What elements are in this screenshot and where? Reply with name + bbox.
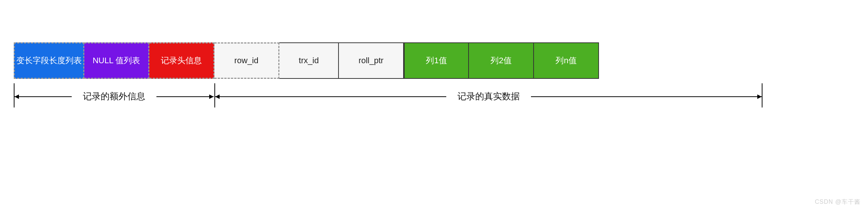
cell-varlen: 变长字段长度列表	[14, 42, 84, 79]
record-row: 变长字段长度列表 NULL 值列表 记录头信息 row_id trx_id ro…	[14, 42, 599, 79]
cell-rowid: row_id	[214, 42, 279, 79]
dimension-real-label: 记录的真实数据	[446, 90, 531, 102]
cell-col2: 列2值	[469, 42, 534, 79]
cell-nulllist: NULL 值列表	[84, 42, 149, 79]
dimension-extra: 记录的额外信息	[14, 85, 214, 107]
dimension-row: 记录的额外信息 记录的真实数据	[14, 85, 762, 107]
cell-trxid: trx_id	[279, 42, 339, 79]
cell-col1: 列1值	[404, 42, 469, 79]
arrow-right-icon	[154, 96, 214, 97]
cell-header: 记录头信息	[149, 42, 214, 79]
arrow-left-icon	[14, 96, 74, 97]
arrow-right-icon	[529, 96, 762, 97]
dimension-extra-label: 记录的额外信息	[72, 90, 156, 102]
dimension-real: 记录的真实数据	[214, 85, 762, 107]
watermark: CSDN @车干酱	[815, 198, 861, 206]
cell-rollptr: roll_ptr	[339, 42, 404, 79]
cell-coln: 列n值	[534, 42, 599, 79]
arrow-left-icon	[215, 96, 448, 97]
